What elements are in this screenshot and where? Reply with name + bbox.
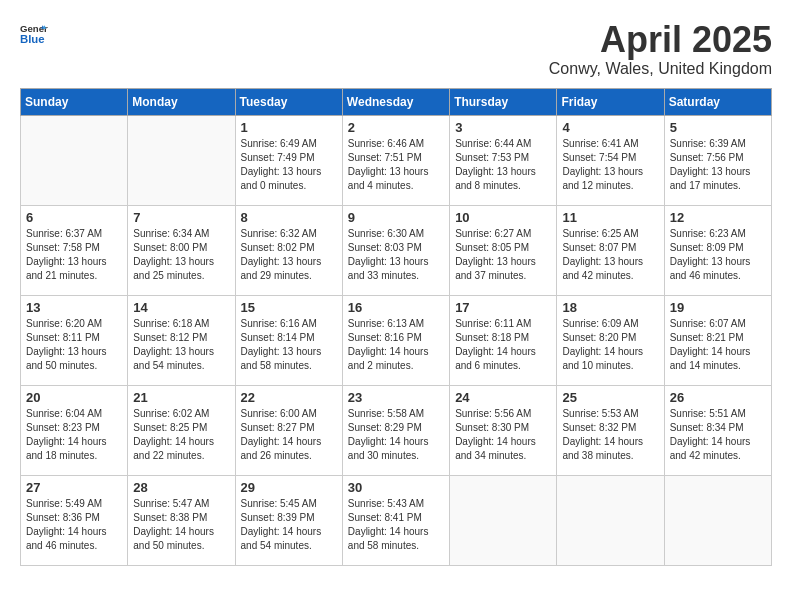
day-info: Sunrise: 6:16 AM Sunset: 8:14 PM Dayligh… <box>241 317 337 373</box>
day-info: Sunrise: 6:25 AM Sunset: 8:07 PM Dayligh… <box>562 227 658 283</box>
day-number: 24 <box>455 390 551 405</box>
day-number: 21 <box>133 390 229 405</box>
logo: General Blue <box>20 20 48 48</box>
day-number: 16 <box>348 300 444 315</box>
svg-text:Blue: Blue <box>20 33 45 45</box>
weekday-header-saturday: Saturday <box>664 88 771 115</box>
calendar-cell: 22Sunrise: 6:00 AM Sunset: 8:27 PM Dayli… <box>235 385 342 475</box>
weekday-header-wednesday: Wednesday <box>342 88 449 115</box>
day-info: Sunrise: 6:11 AM Sunset: 8:18 PM Dayligh… <box>455 317 551 373</box>
day-number: 19 <box>670 300 766 315</box>
day-info: Sunrise: 5:53 AM Sunset: 8:32 PM Dayligh… <box>562 407 658 463</box>
day-number: 17 <box>455 300 551 315</box>
calendar-cell: 12Sunrise: 6:23 AM Sunset: 8:09 PM Dayli… <box>664 205 771 295</box>
day-info: Sunrise: 6:34 AM Sunset: 8:00 PM Dayligh… <box>133 227 229 283</box>
day-number: 11 <box>562 210 658 225</box>
calendar-cell: 7Sunrise: 6:34 AM Sunset: 8:00 PM Daylig… <box>128 205 235 295</box>
day-info: Sunrise: 6:20 AM Sunset: 8:11 PM Dayligh… <box>26 317 122 373</box>
day-number: 29 <box>241 480 337 495</box>
calendar-cell: 4Sunrise: 6:41 AM Sunset: 7:54 PM Daylig… <box>557 115 664 205</box>
calendar-cell: 1Sunrise: 6:49 AM Sunset: 7:49 PM Daylig… <box>235 115 342 205</box>
weekday-header-friday: Friday <box>557 88 664 115</box>
calendar-cell <box>21 115 128 205</box>
day-info: Sunrise: 6:27 AM Sunset: 8:05 PM Dayligh… <box>455 227 551 283</box>
calendar-cell <box>450 475 557 565</box>
calendar-cell: 11Sunrise: 6:25 AM Sunset: 8:07 PM Dayli… <box>557 205 664 295</box>
calendar-cell: 6Sunrise: 6:37 AM Sunset: 7:58 PM Daylig… <box>21 205 128 295</box>
day-number: 9 <box>348 210 444 225</box>
calendar-cell: 17Sunrise: 6:11 AM Sunset: 8:18 PM Dayli… <box>450 295 557 385</box>
calendar-title: April 2025 <box>549 20 772 60</box>
calendar-cell: 20Sunrise: 6:04 AM Sunset: 8:23 PM Dayli… <box>21 385 128 475</box>
day-number: 6 <box>26 210 122 225</box>
day-info: Sunrise: 6:09 AM Sunset: 8:20 PM Dayligh… <box>562 317 658 373</box>
calendar-cell: 26Sunrise: 5:51 AM Sunset: 8:34 PM Dayli… <box>664 385 771 475</box>
calendar-cell <box>664 475 771 565</box>
calendar-cell <box>128 115 235 205</box>
calendar-week-row: 1Sunrise: 6:49 AM Sunset: 7:49 PM Daylig… <box>21 115 772 205</box>
weekday-header-thursday: Thursday <box>450 88 557 115</box>
day-info: Sunrise: 6:07 AM Sunset: 8:21 PM Dayligh… <box>670 317 766 373</box>
day-number: 20 <box>26 390 122 405</box>
calendar-cell: 9Sunrise: 6:30 AM Sunset: 8:03 PM Daylig… <box>342 205 449 295</box>
day-number: 14 <box>133 300 229 315</box>
calendar-cell: 10Sunrise: 6:27 AM Sunset: 8:05 PM Dayli… <box>450 205 557 295</box>
day-number: 3 <box>455 120 551 135</box>
day-info: Sunrise: 5:58 AM Sunset: 8:29 PM Dayligh… <box>348 407 444 463</box>
day-info: Sunrise: 5:51 AM Sunset: 8:34 PM Dayligh… <box>670 407 766 463</box>
calendar-header: SundayMondayTuesdayWednesdayThursdayFrid… <box>21 88 772 115</box>
calendar-cell: 21Sunrise: 6:02 AM Sunset: 8:25 PM Dayli… <box>128 385 235 475</box>
calendar-week-row: 27Sunrise: 5:49 AM Sunset: 8:36 PM Dayli… <box>21 475 772 565</box>
day-number: 1 <box>241 120 337 135</box>
day-number: 30 <box>348 480 444 495</box>
calendar-cell: 25Sunrise: 5:53 AM Sunset: 8:32 PM Dayli… <box>557 385 664 475</box>
day-info: Sunrise: 5:43 AM Sunset: 8:41 PM Dayligh… <box>348 497 444 553</box>
calendar-cell: 28Sunrise: 5:47 AM Sunset: 8:38 PM Dayli… <box>128 475 235 565</box>
calendar-week-row: 13Sunrise: 6:20 AM Sunset: 8:11 PM Dayli… <box>21 295 772 385</box>
day-info: Sunrise: 6:44 AM Sunset: 7:53 PM Dayligh… <box>455 137 551 193</box>
day-info: Sunrise: 6:46 AM Sunset: 7:51 PM Dayligh… <box>348 137 444 193</box>
day-info: Sunrise: 5:47 AM Sunset: 8:38 PM Dayligh… <box>133 497 229 553</box>
day-info: Sunrise: 6:18 AM Sunset: 8:12 PM Dayligh… <box>133 317 229 373</box>
calendar-cell: 27Sunrise: 5:49 AM Sunset: 8:36 PM Dayli… <box>21 475 128 565</box>
calendar-cell: 14Sunrise: 6:18 AM Sunset: 8:12 PM Dayli… <box>128 295 235 385</box>
day-number: 8 <box>241 210 337 225</box>
title-block: April 2025 Conwy, Wales, United Kingdom <box>549 20 772 78</box>
day-info: Sunrise: 6:23 AM Sunset: 8:09 PM Dayligh… <box>670 227 766 283</box>
calendar-cell: 3Sunrise: 6:44 AM Sunset: 7:53 PM Daylig… <box>450 115 557 205</box>
day-number: 28 <box>133 480 229 495</box>
calendar-subtitle: Conwy, Wales, United Kingdom <box>549 60 772 78</box>
calendar-cell <box>557 475 664 565</box>
day-number: 7 <box>133 210 229 225</box>
day-info: Sunrise: 6:41 AM Sunset: 7:54 PM Dayligh… <box>562 137 658 193</box>
weekday-header-tuesday: Tuesday <box>235 88 342 115</box>
weekday-header-row: SundayMondayTuesdayWednesdayThursdayFrid… <box>21 88 772 115</box>
day-info: Sunrise: 6:32 AM Sunset: 8:02 PM Dayligh… <box>241 227 337 283</box>
day-info: Sunrise: 6:00 AM Sunset: 8:27 PM Dayligh… <box>241 407 337 463</box>
day-number: 22 <box>241 390 337 405</box>
calendar-week-row: 20Sunrise: 6:04 AM Sunset: 8:23 PM Dayli… <box>21 385 772 475</box>
calendar-cell: 30Sunrise: 5:43 AM Sunset: 8:41 PM Dayli… <box>342 475 449 565</box>
calendar-cell: 5Sunrise: 6:39 AM Sunset: 7:56 PM Daylig… <box>664 115 771 205</box>
calendar-cell: 15Sunrise: 6:16 AM Sunset: 8:14 PM Dayli… <box>235 295 342 385</box>
day-info: Sunrise: 5:45 AM Sunset: 8:39 PM Dayligh… <box>241 497 337 553</box>
day-info: Sunrise: 6:04 AM Sunset: 8:23 PM Dayligh… <box>26 407 122 463</box>
day-number: 26 <box>670 390 766 405</box>
day-info: Sunrise: 5:49 AM Sunset: 8:36 PM Dayligh… <box>26 497 122 553</box>
day-number: 10 <box>455 210 551 225</box>
weekday-header-sunday: Sunday <box>21 88 128 115</box>
day-info: Sunrise: 6:49 AM Sunset: 7:49 PM Dayligh… <box>241 137 337 193</box>
day-info: Sunrise: 6:30 AM Sunset: 8:03 PM Dayligh… <box>348 227 444 283</box>
day-info: Sunrise: 6:39 AM Sunset: 7:56 PM Dayligh… <box>670 137 766 193</box>
day-number: 23 <box>348 390 444 405</box>
day-number: 12 <box>670 210 766 225</box>
day-info: Sunrise: 5:56 AM Sunset: 8:30 PM Dayligh… <box>455 407 551 463</box>
day-info: Sunrise: 6:37 AM Sunset: 7:58 PM Dayligh… <box>26 227 122 283</box>
day-number: 25 <box>562 390 658 405</box>
day-number: 27 <box>26 480 122 495</box>
page-header: General Blue April 2025 Conwy, Wales, Un… <box>20 20 772 78</box>
calendar-table: SundayMondayTuesdayWednesdayThursdayFrid… <box>20 88 772 566</box>
day-number: 4 <box>562 120 658 135</box>
day-number: 5 <box>670 120 766 135</box>
day-number: 2 <box>348 120 444 135</box>
